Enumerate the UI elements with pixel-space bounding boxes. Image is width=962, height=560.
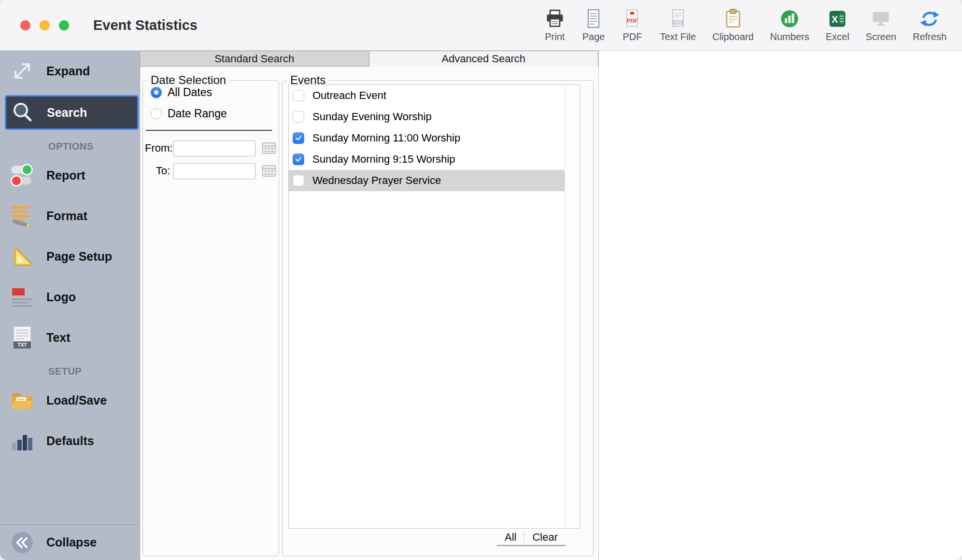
event-row-wednesday-prayer-service[interactable]: Wednesday Prayer Service [289,170,565,191]
text-file-button[interactable]: TXT Text File [660,8,695,42]
sidebar-item-label: Logo [46,290,76,304]
window-body: Expand Search OPTIONS [0,51,962,560]
radio-label: All Dates [168,86,212,99]
advanced-search-content: Date Selection All Dates Date Range From… [140,67,598,560]
date-range-radio[interactable] [151,108,162,119]
to-calendar-button[interactable] [261,164,277,178]
titlebar: Event Statistics Print [0,0,962,51]
excel-button[interactable]: X Excel [826,8,849,42]
sidebar-section-options: OPTIONS [0,140,140,152]
zoom-button[interactable] [59,20,69,30]
event-checkbox[interactable] [293,175,304,186]
sidebar-item-label: Expand [46,64,90,78]
sidebar-item-defaults[interactable]: Defaults [0,420,140,461]
event-checkbox[interactable] [293,154,304,165]
pdf-icon: PDF [621,8,643,30]
toolbar-label: Numbers [770,31,809,42]
event-checkbox[interactable] [293,132,304,144]
text-file-icon: TXT [667,8,689,30]
sidebar-item-label: Load/Save [46,393,107,407]
event-row-sunday-evening-worship[interactable]: Sunday Evening Worship [289,106,565,127]
toolbar-label: Clipboard [712,31,754,42]
screen-icon [870,8,892,30]
svg-text:PDF: PDF [627,18,637,24]
toolbar-label: Print [545,31,565,42]
excel-icon: X [826,8,849,30]
event-label: Sunday Morning 11:00 Worship [312,132,460,144]
text-doc-icon: TXT [9,324,36,351]
page-icon [582,8,605,30]
sidebar-item-logo[interactable]: Logo [0,277,140,317]
sidebar-item-report[interactable]: Report [0,155,140,196]
format-icon [9,202,36,229]
toolbar-label: Page [582,31,605,42]
toolbar-label: Refresh [913,31,947,42]
sidebar-item-collapse[interactable]: Collapse [0,524,140,560]
sidebar-item-label: Defaults [46,434,94,448]
collapse-icon [9,529,36,556]
window-controls [20,20,69,30]
sidebar-item-label: Report [46,168,85,182]
radio-row-date-range[interactable]: Date Range [143,103,279,124]
from-date-input[interactable] [173,140,255,156]
sidebar-item-label: Page Setup [46,250,112,264]
sidebar-item-text[interactable]: TXT Text [0,317,140,358]
svg-text:X: X [832,14,838,25]
to-date-input[interactable] [173,163,255,179]
refresh-button[interactable]: Refresh [913,8,947,42]
event-checkbox[interactable] [293,90,304,101]
sidebar-section-setup: SETUP [0,365,140,377]
expand-icon [9,57,36,84]
to-label: To: [145,165,170,177]
date-selection-title: Date Selection [147,73,230,87]
sidebar-item-search[interactable]: Search [5,95,139,130]
defaults-icon [9,427,36,454]
sidebar-item-expand[interactable]: Expand [0,51,140,91]
toolbar-label: PDF [622,31,642,42]
toolbar-label: Text File [660,31,695,42]
from-label: From: [145,142,170,154]
event-row-sunday-morning-915-worship[interactable]: Sunday Morning 9:15 Worship [289,149,565,170]
svg-text:TXT: TXT [18,342,27,348]
events-group: Events Outreach Event [282,80,594,556]
page-button[interactable]: Page [582,8,605,42]
search-tabbar: Standard Search Advanced Search [140,51,598,67]
calendar-icon [262,164,276,179]
sidebar: Expand Search OPTIONS [0,51,140,560]
svg-text:TXT: TXT [674,20,681,25]
search-panel: Standard Search Advanced Search Date Sel… [140,51,598,560]
sidebar-item-load-save[interactable]: Load/Save [0,380,140,420]
event-label: Sunday Morning 9:15 Worship [312,153,455,166]
clipboard-button[interactable]: Clipboard [712,8,754,42]
sidebar-item-page-setup[interactable]: Page Setup [0,236,140,277]
refresh-icon [919,8,941,30]
app-window: Event Statistics Print [0,0,962,560]
date-selection-group: Date Selection All Dates Date Range From… [142,80,279,556]
minimize-button[interactable] [40,20,50,30]
close-button[interactable] [20,20,30,30]
all-dates-radio[interactable] [151,87,162,98]
sidebar-item-format[interactable]: Format [0,196,140,236]
pdf-button[interactable]: PDF PDF [621,8,643,42]
screen-button[interactable]: Screen [866,8,896,42]
events-list-buttons: All Clear [497,530,566,546]
page-setup-icon [9,243,36,270]
tab-standard-search[interactable]: Standard Search [140,51,369,67]
numbers-button[interactable]: Numbers [770,8,809,42]
print-button[interactable]: Print [544,8,566,42]
numbers-icon [778,8,801,30]
window-title: Event Statistics [93,17,198,33]
events-list: Outreach Event Sunday Evening Worship [288,84,580,529]
clear-button[interactable]: Clear [524,530,566,545]
event-row-outreach-event[interactable]: Outreach Event [289,85,565,106]
toolbar-label: Screen [866,31,896,42]
event-label: Outreach Event [312,89,386,102]
from-date-row: From: [143,138,279,159]
select-all-button[interactable]: All [497,530,524,545]
tab-advanced-search[interactable]: Advanced Search [369,51,599,67]
events-scrollbar[interactable] [565,85,580,528]
event-checkbox[interactable] [293,111,304,123]
from-calendar-button[interactable] [261,141,277,155]
results-pane [598,51,962,560]
event-row-sunday-morning-1100-worship[interactable]: Sunday Morning 11:00 Worship [289,127,565,149]
